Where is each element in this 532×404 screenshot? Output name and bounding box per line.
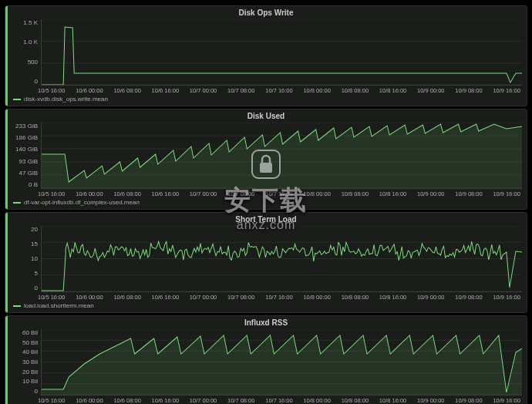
x-tick-label: 10/9 00:00: [417, 397, 444, 404]
chart-plot[interactable]: [41, 19, 522, 86]
x-tick-label: 10/8 08:00: [342, 87, 369, 94]
legend[interactable]: df-var-opt-influxdb.df_complex-used.mean: [5, 197, 527, 209]
x-axis: 10/5 16:0010/6 00:0010/6 08:0010/6 16:00…: [5, 396, 527, 404]
y-tick-label: 20 Bil: [22, 369, 38, 375]
x-tick-label: 10/8 16:00: [379, 397, 406, 404]
x-tick-label: 10/8 00:00: [303, 397, 330, 404]
y-tick-label: 186 GiB: [15, 134, 38, 141]
x-tick-label: 10/6 08:00: [113, 87, 140, 94]
x-tick-label: 10/7 08:00: [227, 294, 254, 301]
chart-plot[interactable]: [41, 329, 522, 396]
y-tick-label: 5: [35, 270, 38, 277]
legend-swatch: [13, 202, 21, 204]
x-tick-label: 10/9 16:00: [493, 294, 520, 301]
panel-title: Short Term Load: [5, 213, 527, 224]
y-tick-label: 1.5 K: [23, 19, 38, 26]
x-tick-label: 10/6 16:00: [152, 87, 179, 94]
panel-accent: [5, 213, 8, 312]
y-tick-label: 50 Bil: [22, 339, 38, 346]
x-tick-label: 10/5 16:00: [38, 87, 65, 94]
y-tick-label: 10: [31, 255, 38, 262]
x-tick-label: 10/9 00:00: [417, 190, 444, 197]
x-tick-label: 10/7 00:00: [190, 294, 217, 301]
chart-plot[interactable]: [41, 123, 522, 189]
panel-influxd-rss[interactable]: Influxd RSS 60 Bil50 Bil40 Bil30 Bil20 B…: [5, 315, 527, 404]
y-axis: 1.5 K1.0 K5000: [10, 19, 41, 85]
x-tick-label: 10/8 08:00: [342, 190, 369, 197]
x-tick-label: 10/6 00:00: [76, 190, 103, 197]
x-tick-label: 10/6 16:00: [152, 294, 179, 301]
panel-accent: [5, 6, 8, 106]
x-tick-label: 10/6 16:00: [152, 397, 179, 404]
x-tick-label: 10/9 00:00: [417, 87, 444, 94]
panel-short-term-load[interactable]: Short Term Load 20151050 10/5 16:0010/6 …: [5, 212, 527, 313]
x-tick-label: 10/7 00:00: [190, 397, 217, 404]
legend-label: disk-xvdb.disk_ops.write.mean: [24, 96, 108, 103]
x-tick-label: 10/5 16:00: [38, 190, 65, 197]
x-tick-label: 10/9 16:00: [493, 190, 520, 197]
x-tick-label: 10/9 00:00: [417, 294, 444, 301]
panel-accent: [5, 316, 8, 404]
panel-disk-ops-write[interactable]: Disk Ops Write 1.5 K1.0 K5000 10/5 16:00…: [5, 5, 527, 106]
x-tick-label: 10/7 08:00: [227, 190, 254, 197]
x-tick-label: 10/9 08:00: [455, 294, 482, 301]
x-tick-label: 10/8 16:00: [379, 190, 406, 197]
x-tick-label: 10/7 00:00: [190, 190, 217, 197]
y-tick-label: 500: [28, 59, 38, 66]
x-tick-label: 10/7 16:00: [265, 397, 292, 404]
x-tick-label: 10/7 16:00: [265, 87, 292, 94]
x-tick-label: 10/8 08:00: [342, 397, 369, 404]
legend-label: df-var-opt-influxdb.df_complex-used.mean: [24, 199, 140, 206]
y-tick-label: 47 GiB: [19, 170, 38, 177]
y-tick-label: 20: [31, 226, 38, 233]
x-tick-label: 10/9 16:00: [493, 87, 520, 94]
x-tick-label: 10/8 16:00: [379, 87, 406, 94]
x-axis: 10/5 16:0010/6 00:0010/6 08:0010/6 16:00…: [5, 189, 527, 197]
y-tick-label: 0 B: [29, 181, 38, 188]
y-axis: 60 Bil50 Bil40 Bil30 Bil20 Bil10 Bil0: [10, 329, 41, 395]
y-tick-label: 30 Bil: [22, 359, 38, 365]
y-axis: 233 GiB186 GiB140 GiB93 GiB47 GiB0 B: [10, 123, 41, 188]
legend-swatch: [13, 99, 21, 100]
x-tick-label: 10/7 16:00: [265, 190, 292, 197]
x-axis: 10/5 16:0010/6 00:0010/6 08:0010/6 16:00…: [5, 292, 527, 301]
x-tick-label: 10/6 08:00: [113, 190, 140, 197]
x-tick-label: 10/7 16:00: [265, 294, 292, 301]
legend-swatch: [13, 305, 21, 307]
x-tick-label: 10/8 16:00: [379, 294, 406, 301]
panel-accent: [5, 109, 8, 209]
y-axis: 20151050: [10, 226, 41, 291]
x-axis: 10/5 16:0010/6 00:0010/6 08:0010/6 16:00…: [5, 86, 527, 94]
panel-title: Influxd RSS: [5, 316, 527, 328]
x-tick-label: 10/6 08:00: [113, 397, 140, 404]
y-tick-label: 10 Bil: [22, 378, 38, 385]
x-tick-label: 10/8 00:00: [303, 190, 330, 197]
panel-disk-used[interactable]: Disk Used 233 GiB186 GiB140 GiB93 GiB47 …: [5, 109, 527, 210]
y-tick-label: 40 Bil: [22, 348, 38, 355]
y-tick-label: 0: [35, 284, 38, 291]
chart-plot[interactable]: [41, 226, 522, 292]
legend[interactable]: load.load.shortterm.mean: [5, 301, 527, 312]
y-tick-label: 15: [31, 241, 38, 247]
x-tick-label: 10/9 16:00: [493, 397, 520, 404]
x-tick-label: 10/9 08:00: [455, 87, 482, 94]
y-tick-label: 60 Bil: [22, 329, 38, 336]
y-tick-label: 1.0 K: [23, 39, 38, 45]
legend-label: load.load.shortterm.mean: [24, 302, 94, 309]
x-tick-label: 10/6 16:00: [152, 190, 179, 197]
x-tick-label: 10/7 00:00: [190, 87, 217, 94]
x-tick-label: 10/7 08:00: [227, 397, 254, 404]
x-tick-label: 10/8 08:00: [342, 294, 369, 301]
x-tick-label: 10/9 08:00: [455, 190, 482, 197]
x-tick-label: 10/8 00:00: [303, 87, 330, 94]
x-tick-label: 10/8 00:00: [303, 294, 330, 301]
x-tick-label: 10/6 00:00: [76, 294, 103, 301]
y-tick-label: 140 GiB: [15, 146, 38, 153]
y-tick-label: 0: [35, 388, 38, 395]
x-tick-label: 10/6 08:00: [113, 294, 140, 301]
x-tick-label: 10/9 08:00: [455, 397, 482, 404]
x-tick-label: 10/7 08:00: [227, 87, 254, 94]
legend[interactable]: disk-xvdb.disk_ops.write.mean: [5, 94, 527, 106]
y-tick-label: 0: [35, 78, 38, 85]
panel-title: Disk Used: [5, 109, 527, 121]
